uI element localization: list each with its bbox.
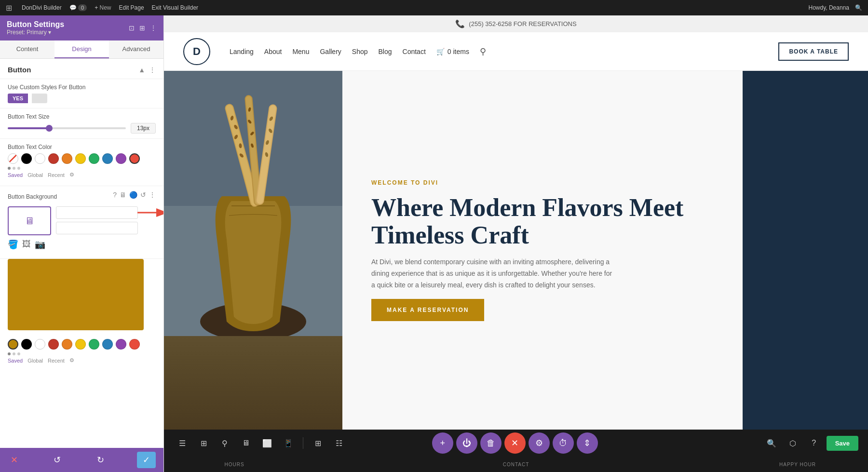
bottom-swatch-blue[interactable]	[102, 339, 113, 350]
layers-tool[interactable]: ⬡	[784, 434, 801, 452]
swatch-yellow[interactable]	[75, 153, 86, 164]
close-control[interactable]: ✕	[504, 432, 526, 454]
cart-area[interactable]: 🛒 0 items	[436, 48, 469, 55]
comment-count: 0	[78, 4, 87, 11]
bottom-dot-2[interactable]	[13, 352, 15, 355]
bg-tools: ? 🖥 🔵 ↺ ⋮	[113, 191, 156, 199]
settings-icon[interactable]: ⋮	[149, 66, 156, 74]
nav-menu[interactable]: Menu	[292, 48, 309, 55]
settings-control[interactable]: ⚙	[529, 432, 550, 454]
nav-blog[interactable]: Blog	[379, 48, 392, 55]
bottom-swatch-green[interactable]	[89, 339, 99, 350]
nav-landing[interactable]: Landing	[230, 48, 254, 55]
bg-sync-icon[interactable]: 🔵	[129, 191, 137, 199]
swatch-transparent[interactable]	[8, 153, 18, 164]
color-settings-icon[interactable]: ⚙	[69, 172, 74, 178]
edit-page-link[interactable]: Edit Page	[119, 4, 144, 11]
wordpress-logo[interactable]: ⊞	[6, 3, 12, 13]
power-control[interactable]: ⏻	[456, 432, 477, 454]
bg-desktop-icon[interactable]: 🖥	[120, 191, 126, 199]
bottom-swatch-orange[interactable]	[62, 339, 72, 350]
search-tool[interactable]: ⚲	[216, 434, 233, 452]
bg-solid-option[interactable]: 🖥	[8, 206, 51, 235]
swatch-green[interactable]	[89, 153, 99, 164]
timer-control[interactable]: ⏱	[553, 432, 574, 454]
bg-more-icon[interactable]: ⋮	[149, 191, 156, 199]
sidebar-preset[interactable]: Preset: Primary ▾	[7, 29, 64, 36]
bottom-swatch-black[interactable]	[21, 339, 32, 350]
fullscreen-icon[interactable]: ⊡	[129, 24, 135, 32]
bottom-swatch-white[interactable]	[35, 339, 45, 350]
bottom-dot-3[interactable]	[17, 352, 20, 355]
search-right-tool[interactable]: 🔍	[763, 434, 780, 452]
dot-1[interactable]	[8, 167, 11, 170]
nav-shop[interactable]: Shop	[352, 48, 368, 55]
bottom-color-settings-icon[interactable]: ⚙	[69, 357, 74, 364]
hamburger-tool[interactable]: ☰	[174, 434, 191, 452]
bottom-swatch-yellow[interactable]	[75, 339, 86, 350]
help-tool[interactable]: ?	[805, 434, 823, 452]
swatch-blue[interactable]	[102, 153, 113, 164]
add-control[interactable]: +	[432, 432, 453, 454]
label-happy-hour: HAPPY HOUR	[727, 462, 868, 467]
confirm-button[interactable]: ✓	[137, 452, 156, 468]
new-item-link[interactable]: + New	[95, 4, 111, 11]
image-icon[interactable]: 🖼	[22, 239, 31, 250]
nav-gallery[interactable]: Gallery	[320, 48, 341, 55]
undo-button[interactable]: ↺	[51, 452, 64, 468]
redo-button[interactable]: ↻	[94, 452, 107, 468]
color-preview-large[interactable]	[8, 259, 144, 330]
bottom-swatch-purple[interactable]	[116, 339, 126, 350]
bg-help-icon[interactable]: ?	[113, 191, 117, 199]
swatch-red[interactable]	[48, 153, 59, 164]
swatch-black[interactable]	[21, 153, 32, 164]
wp-admin-bar: ⊞ DonDivi Builder 💬 0 + New Edit Page Ex…	[0, 0, 868, 15]
bottom-swatch-custom[interactable]	[129, 339, 140, 350]
nav-search-button[interactable]: ⚲	[480, 46, 486, 57]
more-icon[interactable]: ⋮	[150, 24, 157, 32]
nav-about[interactable]: About	[264, 48, 282, 55]
bg-image-option[interactable]	[56, 222, 138, 234]
slider-value: 13px	[131, 123, 156, 134]
reservation-button[interactable]: MAKE A RESERVATION	[371, 299, 484, 321]
tab-content[interactable]: Content	[0, 40, 54, 58]
bottom-dot-1[interactable]	[8, 352, 11, 355]
comments-link[interactable]: 💬 0	[69, 4, 87, 11]
dot-3[interactable]	[17, 167, 20, 170]
rows-tool[interactable]: ☷	[330, 434, 348, 452]
bg-gradient-option[interactable]	[56, 206, 138, 219]
desktop-tool[interactable]: 🖥	[237, 434, 255, 452]
collapse-icon[interactable]: ▲	[138, 66, 145, 74]
nav-contact[interactable]: Contact	[403, 48, 426, 55]
swatch-white[interactable]	[35, 153, 45, 164]
book-table-button[interactable]: BOOK A TABLE	[778, 42, 849, 61]
dot-2[interactable]	[13, 167, 15, 170]
delete-control[interactable]: 🗑	[480, 432, 502, 454]
tablet-tool[interactable]: ⬜	[258, 434, 276, 452]
text-size-slider[interactable]	[8, 127, 126, 129]
layout-icon[interactable]: ⊞	[139, 24, 145, 32]
save-button[interactable]: Save	[827, 436, 858, 451]
bottom-swatch-gold[interactable]	[8, 339, 18, 350]
photo-icon[interactable]: 📷	[35, 239, 45, 250]
toggle-yes-button[interactable]: YES	[8, 94, 28, 103]
tab-design[interactable]: Design	[54, 40, 109, 58]
logo[interactable]: D	[183, 38, 210, 65]
fill-icon[interactable]: 🪣	[8, 239, 18, 250]
toggle-no-button[interactable]	[32, 94, 47, 103]
resize-control[interactable]: ⇕	[577, 432, 598, 454]
exit-builder-link[interactable]: Exit Visual Builder	[152, 4, 199, 11]
swatch-purple[interactable]	[116, 153, 126, 164]
layout-tool[interactable]: ⊞	[309, 434, 326, 452]
admin-search-icon[interactable]: 🔍	[855, 4, 862, 11]
bg-reset-icon[interactable]: ↺	[140, 191, 146, 199]
bottom-swatch-red[interactable]	[48, 339, 59, 350]
swatch-custom[interactable]	[129, 153, 140, 164]
site-name[interactable]: DonDivi Builder	[22, 4, 62, 11]
cancel-button[interactable]: ✕	[8, 452, 21, 468]
mobile-tool[interactable]: 📱	[280, 434, 297, 452]
swatch-orange[interactable]	[62, 153, 72, 164]
grid-tool[interactable]: ⊞	[195, 434, 212, 452]
phone-number: (255) 352-6258 FOR RESERVATIONS	[469, 20, 576, 27]
tab-advanced[interactable]: Advanced	[109, 40, 163, 58]
